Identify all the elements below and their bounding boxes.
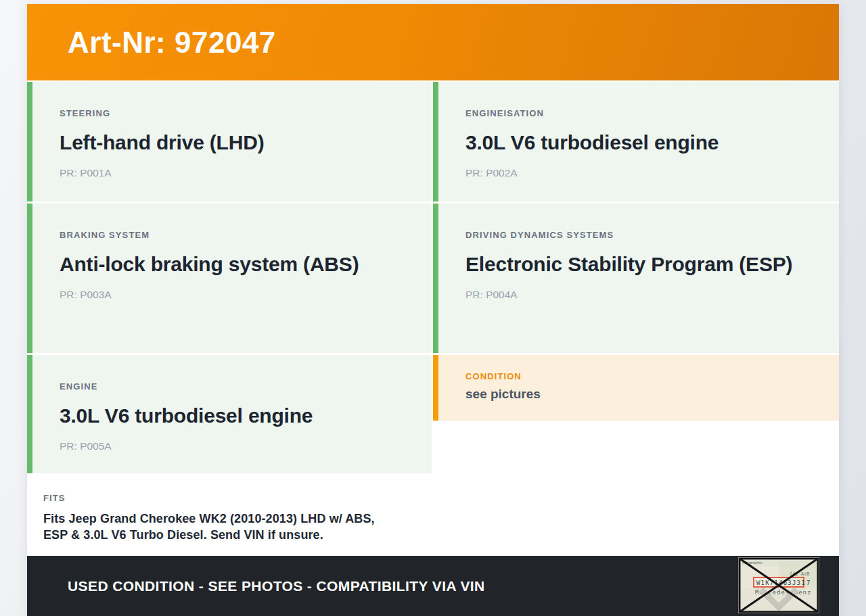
footer-banner: USED CONDITION - SEE PHOTOS - COMPATIBIL…: [27, 556, 839, 616]
spec-pr-code: PR: P004A: [465, 289, 815, 301]
condition-label: CONDITION: [465, 371, 815, 381]
spec-pr-code: PR: P001A: [60, 167, 407, 179]
spec-value: 3.0L V6 turbodiesel engine: [465, 128, 815, 157]
footer-banner-text: USED CONDITION - SEE PHOTOS - COMPATIBIL…: [68, 578, 485, 594]
fits-card: FITS Fits Jeep Grand Cherokee WK2 (2010-…: [27, 475, 432, 556]
spec-value: Left-hand drive (LHD): [60, 128, 407, 157]
spec-pr-code: PR: P002A: [465, 167, 815, 179]
spec-label: ENGINEISATION: [465, 108, 815, 118]
fits-label: FITS: [43, 493, 394, 503]
spec-label: ENGINE: [60, 381, 407, 392]
condition-card: CONDITION see pictures: [433, 355, 839, 421]
spec-card-engineisation: ENGINEISATION 3.0L V6 turbodiesel engine…: [433, 82, 839, 202]
empty-area: [433, 423, 839, 556]
vin-document-envelope-icon: Fahrgestellnr. [4] AiB W1K71463J31 7 Mer…: [738, 557, 819, 613]
spec-pr-code: PR: P003A: [60, 289, 407, 301]
listing-card: Art-Nr: 972047 STEERING Left-hand drive …: [27, 4, 839, 616]
spec-grid: STEERING Left-hand drive (LHD) PR: P001A…: [27, 80, 839, 556]
spec-value: 3.0L V6 turbodiesel engine: [60, 401, 407, 430]
spec-card-engine: ENGINE 3.0L V6 turbodiesel engine PR: P0…: [27, 355, 432, 473]
spec-label: STEERING: [60, 108, 407, 118]
article-header: Art-Nr: 972047: [27, 4, 839, 80]
spec-value: Anti-lock braking system (ABS): [60, 250, 407, 279]
spec-card-dynamics: DRIVING DYNAMICS SYSTEMS Electronic Stab…: [433, 204, 839, 353]
spec-column-right: ENGINEISATION 3.0L V6 turbodiesel engine…: [433, 82, 839, 556]
article-number-title: Art-Nr: 972047: [68, 26, 276, 60]
spec-pr-code: PR: P005A: [60, 440, 407, 452]
spec-label: DRIVING DYNAMICS SYSTEMS: [465, 230, 815, 240]
spec-value: Electronic Stability Program (ESP): [465, 250, 815, 279]
spec-card-braking: BRAKING SYSTEM Anti-lock braking system …: [27, 204, 432, 353]
spec-label: BRAKING SYSTEM: [60, 230, 407, 240]
vin-suffix: 7: [806, 579, 810, 586]
condition-value: see pictures: [465, 387, 815, 402]
spec-card-steering: STEERING Left-hand drive (LHD) PR: P001A: [27, 82, 432, 202]
spec-column-left: STEERING Left-hand drive (LHD) PR: P001A…: [27, 82, 432, 556]
fits-description: Fits Jeep Grand Cherokee WK2 (2010-2013)…: [43, 511, 394, 543]
